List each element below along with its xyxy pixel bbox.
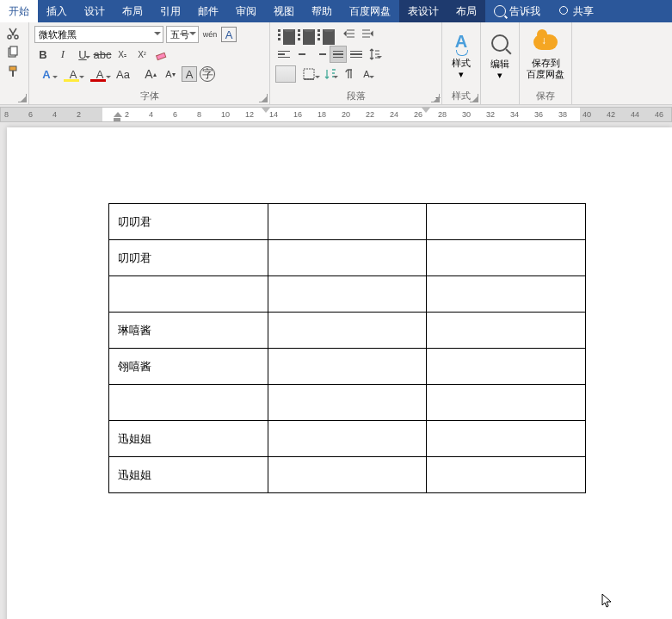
tab-mail[interactable]: 邮件 bbox=[189, 0, 227, 22]
phonetic-guide-button[interactable]: wén bbox=[201, 26, 219, 43]
bullets-button[interactable] bbox=[275, 26, 294, 43]
superscript-button[interactable]: X bbox=[133, 46, 151, 63]
bold-button[interactable]: B bbox=[34, 46, 52, 63]
align-distribute-button[interactable] bbox=[348, 46, 365, 63]
font-name-combo[interactable]: 微软雅黑 bbox=[34, 26, 163, 43]
shrink-font-button[interactable]: A▾ bbox=[162, 65, 179, 83]
align-justify-button[interactable] bbox=[330, 46, 347, 63]
tab-table-layout[interactable]: 布局 bbox=[447, 0, 485, 22]
table-cell[interactable] bbox=[427, 349, 586, 385]
tab-view[interactable]: 视图 bbox=[265, 0, 303, 22]
font-size-combo[interactable]: 五号 bbox=[166, 26, 199, 43]
format-painter-button[interactable] bbox=[5, 64, 21, 79]
font-color-button[interactable]: A bbox=[88, 65, 112, 83]
tab-help[interactable]: 帮助 bbox=[303, 0, 341, 22]
tab-start[interactable]: 开始 bbox=[0, 0, 38, 22]
table-cell[interactable]: 叨叨君 bbox=[109, 204, 268, 240]
table-cell[interactable]: 琳嘻酱 bbox=[109, 313, 268, 349]
styles-dialog-launcher[interactable] bbox=[470, 94, 478, 102]
editing-button[interactable]: 编辑▾ bbox=[481, 22, 519, 90]
multilevel-list-button[interactable] bbox=[315, 26, 334, 43]
table-row[interactable]: 迅姐姐 bbox=[109, 457, 586, 493]
tab-table-design[interactable]: 表设计 bbox=[399, 0, 447, 22]
table-row[interactable]: 叨叨君 bbox=[109, 204, 586, 240]
table-cell[interactable] bbox=[427, 421, 586, 457]
table-cell[interactable] bbox=[268, 276, 427, 313]
table-cell[interactable]: 迅姐姐 bbox=[109, 457, 268, 493]
subscript-button[interactable]: X bbox=[114, 46, 131, 63]
clear-formatting-button[interactable] bbox=[153, 46, 170, 63]
numbering-button[interactable] bbox=[295, 26, 314, 43]
table-row[interactable] bbox=[109, 276, 586, 313]
share-button[interactable]: 共享 bbox=[549, 0, 602, 22]
asian-layout-button[interactable]: A bbox=[358, 65, 375, 83]
copy-button[interactable] bbox=[5, 45, 21, 60]
font-dialog-launcher[interactable] bbox=[259, 94, 268, 102]
paragraph-dialog-launcher[interactable] bbox=[431, 94, 440, 102]
grow-font-button[interactable]: A▴ bbox=[142, 65, 159, 83]
table-cell[interactable] bbox=[268, 457, 427, 493]
table-cell[interactable] bbox=[268, 313, 427, 349]
text-effects-button[interactable]: A bbox=[34, 65, 59, 83]
decrease-indent-button[interactable] bbox=[341, 26, 358, 43]
borders-button[interactable] bbox=[297, 65, 321, 83]
tab-insert[interactable]: 插入 bbox=[38, 0, 76, 22]
character-shading-button[interactable]: A bbox=[182, 66, 197, 82]
table-cell[interactable] bbox=[268, 240, 427, 276]
table-row[interactable]: 翎嘻酱 bbox=[109, 349, 586, 385]
tab-review[interactable]: 审阅 bbox=[227, 0, 265, 22]
table-cell[interactable] bbox=[427, 313, 586, 349]
table-cell[interactable] bbox=[109, 276, 268, 313]
horizontal-ruler[interactable]: 8642246810121416182022242628303234363840… bbox=[0, 107, 672, 122]
styles-button[interactable]: 样式▾ bbox=[442, 22, 480, 88]
strikethrough-button[interactable]: abc bbox=[94, 46, 111, 63]
cut-button[interactable] bbox=[5, 26, 21, 41]
tab-references[interactable]: 引用 bbox=[151, 0, 189, 22]
table-row[interactable]: 叨叨君 bbox=[109, 240, 586, 276]
increase-indent-button[interactable] bbox=[359, 26, 376, 43]
sort-button[interactable] bbox=[322, 65, 339, 83]
table-cell[interactable]: 翎嘻酱 bbox=[109, 349, 268, 385]
table-cell[interactable] bbox=[268, 204, 427, 240]
align-center-button[interactable] bbox=[293, 46, 311, 63]
underline-button[interactable]: U bbox=[74, 46, 91, 63]
enclose-characters-button[interactable]: 字 bbox=[200, 66, 215, 82]
align-right-button[interactable] bbox=[311, 46, 329, 63]
table-cell[interactable] bbox=[427, 240, 586, 276]
table-cell[interactable] bbox=[268, 421, 427, 457]
table-cell[interactable] bbox=[268, 349, 427, 385]
show-marks-button[interactable] bbox=[340, 65, 357, 83]
table-cell[interactable] bbox=[109, 385, 268, 421]
tab-design[interactable]: 设计 bbox=[76, 0, 114, 22]
table-cell[interactable] bbox=[427, 276, 586, 313]
first-line-indent-marker[interactable] bbox=[114, 108, 122, 121]
column-marker-2[interactable] bbox=[422, 108, 430, 117]
table-row[interactable]: 琳嘻酱 bbox=[109, 313, 586, 349]
document-table[interactable]: 叨叨君叨叨君琳嘻酱翎嘻酱迅姐姐迅姐姐 bbox=[108, 203, 586, 493]
table-cell[interactable] bbox=[427, 204, 586, 240]
italic-button[interactable]: I bbox=[54, 46, 71, 63]
table-cell[interactable] bbox=[427, 457, 586, 493]
tab-layout[interactable]: 布局 bbox=[114, 0, 151, 22]
document-area[interactable]: 叨叨君叨叨君琳嘻酱翎嘻酱迅姐姐迅姐姐 bbox=[0, 122, 672, 619]
table-cell[interactable] bbox=[268, 385, 427, 421]
line-spacing-button[interactable] bbox=[366, 46, 383, 63]
align-left-button[interactable] bbox=[275, 46, 293, 63]
change-case-button[interactable]: Aa bbox=[114, 65, 132, 83]
eraser-icon bbox=[155, 47, 169, 61]
character-border-button[interactable]: A bbox=[221, 27, 237, 42]
save-to-cloud-button[interactable]: 保存到百度网盘 bbox=[520, 22, 571, 88]
table-cell[interactable] bbox=[427, 385, 586, 421]
tab-baidu[interactable]: 百度网盘 bbox=[341, 0, 399, 22]
save-group: 保存到百度网盘 保存 bbox=[520, 22, 572, 104]
table-cell[interactable]: 叨叨君 bbox=[109, 240, 268, 276]
table-cell[interactable]: 迅姐姐 bbox=[109, 421, 268, 457]
share-label: 共享 bbox=[573, 4, 594, 19]
highlight-button[interactable]: A bbox=[61, 65, 85, 83]
tell-me[interactable]: 告诉我 bbox=[485, 0, 549, 22]
shading-button[interactable] bbox=[275, 65, 296, 83]
table-row[interactable] bbox=[109, 385, 586, 421]
table-row[interactable]: 迅姐姐 bbox=[109, 421, 586, 457]
clipboard-dialog-launcher[interactable] bbox=[18, 94, 27, 102]
highlight-color-icon bbox=[64, 79, 79, 82]
